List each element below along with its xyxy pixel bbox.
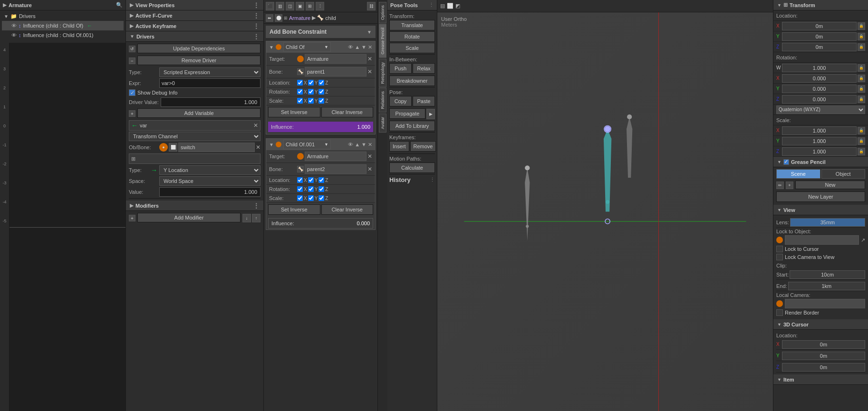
block1-target-value[interactable]: Armature: [305, 54, 366, 64]
view-section-header[interactable]: ▼ View: [773, 205, 868, 215]
loc-x-lock[interactable]: 🔒: [858, 22, 865, 30]
influence1-eye-icon[interactable]: 👁: [11, 23, 17, 29]
remove-driver-btn[interactable]: Remove Driver: [137, 56, 260, 65]
propagate-btn[interactable]: Propagate: [389, 108, 425, 119]
modifiers-menu[interactable]: ⋮: [253, 202, 260, 210]
constraint-icon-chain[interactable]: ⛓: [367, 2, 376, 10]
rot-x-value[interactable]: 0.000: [782, 74, 857, 83]
block2-clear-inverse-btn[interactable]: Clear Inverse: [321, 204, 374, 215]
scale-y-lock[interactable]: 🔒: [858, 137, 865, 145]
outliner-influence-1[interactable]: 👁 ↕ Influence (child : Child Of) ←: [2, 21, 124, 30]
loc-y-value[interactable]: 0m: [782, 32, 857, 41]
rot-x-lock[interactable]: 🔒: [858, 75, 865, 82]
insert-btn[interactable]: Insert: [389, 141, 409, 152]
block2-loc-z-cb[interactable]: [318, 177, 324, 183]
block2-close-icon[interactable]: ✕: [368, 142, 372, 148]
cursor-x-value[interactable]: 0m: [782, 340, 865, 349]
ob-bone-clear[interactable]: ✕: [256, 144, 260, 151]
pose-tools-menu[interactable]: ⋮: [429, 2, 434, 8]
side-tab-relations[interactable]: Relations: [379, 88, 386, 113]
rot-y-lock[interactable]: 🔒: [858, 85, 865, 93]
clip-end-value[interactable]: 1km: [788, 282, 865, 290]
paste-btn[interactable]: Paste: [413, 96, 435, 106]
relax-btn[interactable]: Relax: [413, 63, 435, 74]
constraint-tool4[interactable]: ▣: [296, 2, 304, 10]
lock-camera-checkbox[interactable]: [776, 254, 783, 260]
show-debug-checkbox[interactable]: ✓: [129, 89, 135, 96]
gp-new-layer-btn[interactable]: New Layer: [776, 191, 865, 202]
modifier-btn1[interactable]: ↓: [242, 214, 251, 222]
viewport-obj-icon[interactable]: ⬜: [447, 3, 453, 9]
breadcrumb-armature[interactable]: Armature: [289, 15, 310, 21]
block1-rot-x-cb[interactable]: [297, 89, 303, 95]
active-fcurve-menu[interactable]: ⋮: [253, 12, 260, 19]
cursor-y-value[interactable]: 0m: [782, 352, 865, 360]
gp-new-btn[interactable]: New: [795, 181, 865, 189]
loc-z-value[interactable]: 0m: [782, 43, 857, 51]
transform-section-header[interactable]: ▼ ⊞ Transform: [773, 0, 868, 10]
block1-loc-z-cb[interactable]: [318, 80, 324, 86]
block2-scale-z-cb[interactable]: [318, 195, 324, 201]
block1-eye-icon[interactable]: 👁: [348, 44, 353, 50]
rot-w-value[interactable]: 1.000: [782, 64, 857, 72]
grease-pencil-section-header[interactable]: ▼ ✓ Grease Pencil: [773, 157, 868, 167]
scale-z-lock[interactable]: 🔒: [858, 148, 865, 155]
block1-clear-inverse-btn[interactable]: Clear Inverse: [321, 107, 374, 117]
space-select[interactable]: World Space: [159, 176, 260, 186]
constraint-tool2[interactable]: ▥: [276, 2, 284, 10]
calculate-btn[interactable]: Calculate: [389, 162, 435, 173]
block1-scale-y-cb[interactable]: [308, 98, 314, 104]
block1-bone-value[interactable]: parent1: [305, 67, 366, 76]
block2-target-clear[interactable]: ✕: [367, 153, 372, 160]
outliner-search-icon[interactable]: 🔍: [116, 2, 123, 8]
block1-scale-z-cb[interactable]: [318, 98, 324, 104]
modifiers-header[interactable]: ▶ Modifiers ⋮: [126, 201, 263, 211]
constraint-tool1[interactable]: ⬛: [266, 2, 274, 10]
rot-z-value[interactable]: 0.000: [782, 95, 857, 104]
block1-close-icon[interactable]: ✕: [368, 44, 372, 50]
constraint-tool5[interactable]: ⊞: [306, 2, 314, 10]
add-to-library-btn[interactable]: Add To Library: [389, 121, 435, 131]
render-border-checkbox[interactable]: [776, 309, 783, 316]
block1-type-select[interactable]: Child Of ▼: [283, 42, 331, 52]
rot-y-value[interactable]: 0.000: [782, 85, 857, 93]
active-fcurve-header[interactable]: ▶ Active F-Curve ⋮: [126, 10, 263, 21]
view-properties-menu[interactable]: ⋮: [253, 1, 260, 9]
block2-rot-y-cb[interactable]: [308, 186, 314, 192]
translate-btn[interactable]: Translate: [389, 20, 435, 30]
gp-plus-icon[interactable]: +: [786, 182, 793, 189]
cursor-3d-section-header[interactable]: ▼ 3D Cursor: [773, 319, 868, 330]
block1-down-icon[interactable]: ▼: [361, 44, 366, 50]
scale-y-value[interactable]: 1.000: [782, 137, 857, 145]
type2-select[interactable]: Y Location: [159, 165, 260, 175]
block2-type-select[interactable]: Child Of.001 ▼: [283, 140, 331, 149]
influence2-eye-icon[interactable]: 👁: [11, 32, 17, 38]
drivers-section-menu[interactable]: ⋮: [253, 33, 260, 40]
active-keyframe-menu[interactable]: ⋮: [253, 22, 260, 30]
block2-down-icon[interactable]: ▼: [361, 142, 366, 147]
loc-y-lock[interactable]: 🔒: [858, 33, 865, 40]
block2-set-inverse-btn[interactable]: Set Inverse: [268, 204, 320, 215]
modifier-btn2[interactable]: ↑: [252, 214, 260, 222]
block1-scale-x-cb[interactable]: [297, 98, 303, 104]
lock-cursor-checkbox[interactable]: [776, 246, 783, 252]
add-bone-constraint-btn[interactable]: Add Bone Constraint: [270, 29, 327, 35]
breadcrumb-icon2[interactable]: ⚪: [275, 14, 282, 22]
scale-x-lock[interactable]: 🔒: [858, 127, 865, 134]
breadcrumb-icon1[interactable]: ⬅: [266, 14, 273, 22]
rot-mode-select[interactable]: Quaternion (WXYZ): [776, 105, 865, 114]
side-tab-retopology[interactable]: Retopology: [379, 59, 386, 87]
scale-z-value[interactable]: 1.000: [782, 147, 857, 156]
block1-rot-z-cb[interactable]: [318, 89, 324, 95]
block2-bone-clear[interactable]: ✕: [367, 166, 372, 172]
add-modifier-btn[interactable]: Add Modifier: [137, 213, 241, 222]
transform-channel-select[interactable]: Transform Channel: [129, 132, 260, 141]
viewport-mesh-icon[interactable]: ◩: [455, 3, 460, 9]
constraint-tool3[interactable]: ◫: [286, 2, 294, 10]
update-dependencies-btn[interactable]: Update Dependencies: [137, 44, 260, 53]
block1-loc-y-cb[interactable]: [308, 80, 314, 86]
scale-x-value[interactable]: 1.000: [782, 126, 857, 135]
gp-object-tab[interactable]: Object: [821, 169, 866, 179]
expr-input[interactable]: [159, 78, 260, 88]
viewport-grid-icon[interactable]: ▤: [440, 3, 445, 9]
